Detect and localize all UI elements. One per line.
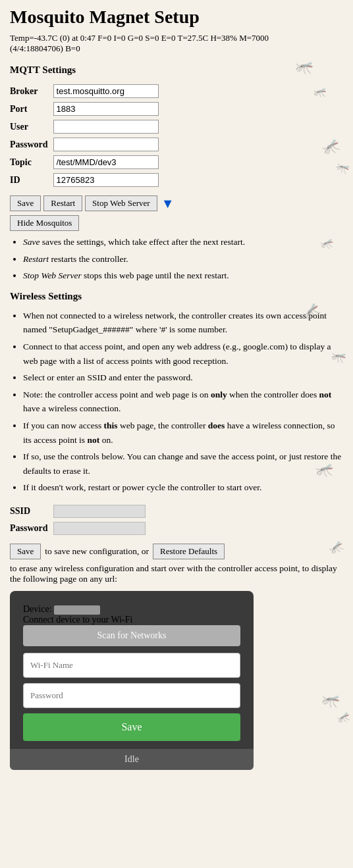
wireless-password-label: Password (10, 520, 53, 537)
password-input[interactable] (53, 138, 159, 151)
topic-label: Topic (10, 153, 53, 171)
bottom-text1: to save new configuration, or (45, 546, 149, 557)
bottom-text2: to erase any wireless configuration and … (10, 563, 343, 584)
mqtt-note-2: Restart restarts the controller. (23, 252, 343, 267)
hide-mosquitos-button[interactable]: Hide Mosquitos (10, 215, 79, 231)
device-label: Device: (23, 604, 240, 615)
password-label: Password (10, 136, 53, 153)
topic-input[interactable] (53, 155, 159, 169)
mosquito-4: 🦟 (312, 84, 328, 100)
action-buttons-row: Save Restart Stop Web Server ▼ (10, 195, 343, 211)
restart-button[interactable]: Restart (43, 195, 82, 211)
mosquito-2: 🦟 (321, 137, 341, 157)
ssid-input[interactable] (53, 505, 146, 518)
mqtt-section-title: MQTT Settings (10, 64, 343, 76)
broker-input[interactable] (53, 84, 159, 98)
page-title: Mosquito Magnet Setup (10, 7, 343, 28)
wireless-save-button[interactable]: Save (10, 544, 41, 559)
wireless-note-5: If you can now access this web page, the… (23, 419, 343, 447)
broker-label: Broker (10, 82, 53, 100)
wireless-note-2: Connect to that access point, and open a… (23, 340, 343, 368)
wifi-name-input[interactable] (23, 653, 240, 678)
wireless-save-row: Save to save new configuration, or Resto… (10, 544, 343, 584)
status-line: Temp=-43.7C (0) at 0:47 F=0 I=0 G=0 S=0 … (10, 33, 343, 54)
wireless-note-3: Select or enter an SSID and enter the pa… (23, 370, 343, 385)
idle-status-bar: Idle (10, 749, 254, 770)
mqtt-note-3: Stop Web Server stops this web page unti… (23, 268, 343, 283)
user-label: User (10, 118, 53, 136)
wifi-save-button[interactable]: Save (23, 713, 240, 741)
id-input[interactable] (53, 173, 159, 187)
id-label: ID (10, 171, 53, 189)
mqtt-notes: Save saves the settings, which take effe… (23, 235, 343, 283)
wifi-card: Device: Connect device to your Wi-Fi Sca… (10, 591, 254, 770)
hide-button-row: Hide Mosquitos (10, 215, 343, 231)
wireless-form: SSID Password (10, 503, 149, 537)
port-label: Port (10, 100, 53, 118)
restore-defaults-button[interactable]: Restore Defaults (153, 544, 225, 559)
connect-label: Connect device to your Wi-Fi (23, 615, 240, 625)
ssid-label: SSID (10, 503, 53, 520)
stop-web-server-button[interactable]: Stop Web Server (85, 195, 157, 211)
save-button[interactable]: Save (10, 195, 41, 211)
user-input[interactable] (53, 120, 159, 134)
wireless-password-input[interactable] (53, 522, 146, 535)
scan-networks-button[interactable]: Scan for Networks (23, 625, 240, 646)
port-input[interactable] (53, 102, 159, 116)
mqtt-note-1: Save saves the settings, which take effe… (23, 235, 343, 249)
wireless-note-6: If so, use the controls below. You can c… (23, 449, 343, 478)
wireless-note-7: If it doesn't work, restart or power cyc… (23, 480, 343, 495)
arrow-indicator: ▼ (161, 196, 175, 211)
wifi-password-input[interactable] (23, 683, 240, 708)
wireless-notes: When not connected to a wireless network… (23, 309, 343, 495)
mosquito-3: 🦟 (334, 159, 352, 176)
device-name-blurred (54, 605, 100, 615)
mqtt-form: Broker Port User Password Topic ID (10, 82, 163, 189)
wireless-section-title: Wireless Settings (10, 291, 343, 302)
mosquito-10: 🦟 (336, 710, 350, 724)
mosquito-9: 🦟 (319, 688, 342, 711)
wireless-note-1: When not connected to a wireless network… (23, 309, 343, 337)
wireless-note-4: Note: the controller access point and we… (23, 388, 343, 416)
